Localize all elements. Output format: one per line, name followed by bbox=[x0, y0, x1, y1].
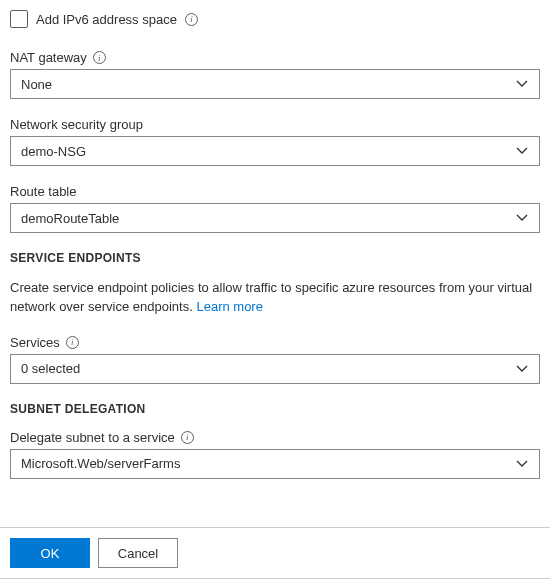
route-table-value: demoRouteTable bbox=[21, 211, 119, 226]
nsg-label: Network security group bbox=[10, 117, 143, 132]
nsg-field: Network security group demo-NSG bbox=[10, 117, 540, 166]
learn-more-link[interactable]: Learn more bbox=[196, 299, 262, 314]
ipv6-checkbox-label: Add IPv6 address space bbox=[36, 12, 177, 27]
cancel-button[interactable]: Cancel bbox=[98, 538, 178, 567]
info-icon[interactable]: i bbox=[185, 13, 198, 26]
services-field: Services i 0 selected bbox=[10, 335, 540, 384]
ok-button[interactable]: OK bbox=[10, 538, 90, 567]
delegate-field: Delegate subnet to a service i Microsoft… bbox=[10, 430, 540, 479]
services-select[interactable]: 0 selected bbox=[10, 354, 540, 384]
info-icon[interactable]: i bbox=[66, 336, 79, 349]
nsg-value: demo-NSG bbox=[21, 144, 86, 159]
delegate-select[interactable]: Microsoft.Web/serverFarms bbox=[10, 449, 540, 479]
ipv6-checkbox-row: Add IPv6 address space i bbox=[10, 10, 540, 28]
ipv6-checkbox[interactable] bbox=[10, 10, 28, 28]
chevron-down-icon bbox=[515, 211, 529, 225]
nsg-select[interactable]: demo-NSG bbox=[10, 136, 540, 166]
info-icon[interactable]: i bbox=[181, 431, 194, 444]
chevron-down-icon bbox=[515, 144, 529, 158]
subnet-delegation-heading: SUBNET DELEGATION bbox=[10, 402, 540, 416]
nat-gateway-value: None bbox=[21, 77, 52, 92]
service-endpoints-heading: SERVICE ENDPOINTS bbox=[10, 251, 540, 265]
service-endpoints-body: Create service endpoint policies to allo… bbox=[10, 280, 532, 314]
route-table-select[interactable]: demoRouteTable bbox=[10, 203, 540, 233]
info-icon[interactable]: i bbox=[93, 51, 106, 64]
service-endpoints-text: Create service endpoint policies to allo… bbox=[10, 279, 540, 317]
chevron-down-icon bbox=[515, 77, 529, 91]
nat-gateway-select[interactable]: None bbox=[10, 69, 540, 99]
services-label: Services bbox=[10, 335, 60, 350]
delegate-value: Microsoft.Web/serverFarms bbox=[21, 456, 180, 471]
footer: OK Cancel bbox=[0, 527, 550, 567]
delegate-label: Delegate subnet to a service bbox=[10, 430, 175, 445]
chevron-down-icon bbox=[515, 362, 529, 376]
nat-gateway-field: NAT gateway i None bbox=[10, 50, 540, 99]
route-table-field: Route table demoRouteTable bbox=[10, 184, 540, 233]
route-table-label: Route table bbox=[10, 184, 77, 199]
chevron-down-icon bbox=[515, 457, 529, 471]
services-value: 0 selected bbox=[21, 361, 80, 376]
nat-gateway-label: NAT gateway bbox=[10, 50, 87, 65]
